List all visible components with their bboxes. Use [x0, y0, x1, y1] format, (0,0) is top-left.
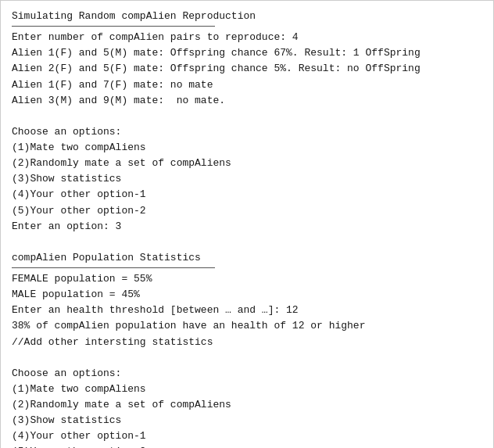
section-simulation: Simulating Random compAlien Reproduction…	[12, 9, 482, 109]
terminal-line: (1)Mate two compAliens	[12, 140, 482, 156]
section-menu1: Choose an options:(1)Mate two compAliens…	[12, 124, 482, 235]
terminal-line: Enter an option: 3	[12, 219, 482, 235]
terminal-line: Choose an options:	[12, 366, 482, 382]
terminal-line: FEMALE population = 55%	[12, 271, 482, 287]
terminal-line: (3)Show statistics	[12, 171, 482, 187]
terminal-line: (2)Randomly mate a set of compAliens	[12, 156, 482, 171]
spacer	[12, 242, 482, 250]
terminal-line: (3)Show statistics	[12, 413, 482, 428]
terminal-line: Alien 1(F) and 5(M) mate: Offspring chan…	[12, 45, 482, 61]
spacer	[12, 358, 482, 366]
terminal-line: Choose an options:	[12, 124, 482, 140]
terminal-line: 38% of compAlien population have an heal…	[12, 318, 482, 334]
terminal-line: (5)Your other option-2	[12, 444, 482, 448]
terminal-line: (2)Randomly mate a set of compAliens	[12, 397, 482, 413]
terminal-line: (4)Your other option-1	[12, 428, 482, 444]
terminal-line: (1)Mate two compAliens	[12, 382, 482, 397]
terminal-window: Simulating Random compAlien Reproduction…	[0, 0, 494, 448]
terminal-line: //Add other intersting statistics	[12, 335, 482, 350]
section-heading: Simulating Random compAlien Reproduction	[12, 9, 482, 24]
section-menu2: Choose an options:(1)Mate two compAliens…	[12, 366, 482, 448]
terminal-line: Enter an health threshold [between … and…	[12, 303, 482, 318]
terminal-line: (4)Your other option-1	[12, 187, 482, 202]
terminal-line: Enter number of compAlien pairs to repro…	[12, 30, 482, 45]
section-divider	[12, 267, 215, 268]
terminal-line: MALE population = 45%	[12, 287, 482, 303]
terminal-line: Alien 3(M) and 9(M) mate: no mate.	[12, 93, 482, 109]
terminal-line: Alien 2(F) and 5(F) mate: Offspring chan…	[12, 61, 482, 77]
section-divider	[12, 26, 215, 27]
terminal-line: (5)Your other option-2	[12, 203, 482, 219]
terminal-line: Alien 1(F) and 7(F) mate: no mate	[12, 77, 482, 93]
spacer	[12, 116, 482, 124]
section-statistics: compAlien Population StatisticsFEMALE po…	[12, 250, 482, 350]
section-heading: compAlien Population Statistics	[12, 250, 482, 266]
